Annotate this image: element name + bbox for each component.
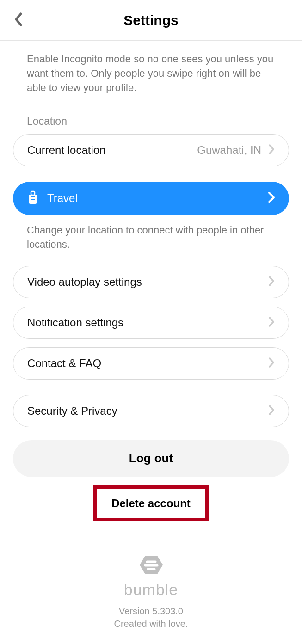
back-icon[interactable]: [14, 12, 23, 28]
notification-settings-row[interactable]: Notification settings: [13, 307, 289, 339]
location-section-label: Location: [13, 104, 289, 134]
chevron-right-icon: [268, 316, 275, 329]
page-title: Settings: [0, 12, 302, 28]
chevron-right-icon: [268, 144, 275, 157]
current-location-row[interactable]: Current location Guwahati, IN: [13, 134, 289, 166]
video-autoplay-row[interactable]: Video autoplay settings: [13, 266, 289, 298]
contact-faq-label: Contact & FAQ: [27, 357, 101, 370]
video-autoplay-label: Video autoplay settings: [27, 276, 142, 288]
logout-label: Log out: [129, 451, 173, 466]
created-text: Created with love.: [13, 619, 289, 629]
brand-logo-icon: [139, 554, 164, 578]
chevron-right-icon: [268, 191, 275, 205]
version-text: Version 5.303.0: [13, 606, 289, 617]
current-location-label: Current location: [27, 144, 105, 157]
delete-account-button[interactable]: Delete account: [93, 485, 209, 521]
delete-account-label: Delete account: [111, 497, 191, 510]
chevron-right-icon: [268, 276, 275, 288]
travel-label: Travel: [47, 192, 78, 205]
logout-button[interactable]: Log out: [13, 440, 289, 477]
brand-name: bumble: [124, 581, 179, 599]
contact-faq-row[interactable]: Contact & FAQ: [13, 347, 289, 380]
suitcase-icon: [27, 190, 39, 207]
header: Settings: [0, 0, 302, 41]
incognito-description: Enable Incognito mode so no one sees you…: [13, 41, 289, 104]
travel-row[interactable]: Travel: [13, 182, 289, 215]
security-privacy-label: Security & Privacy: [27, 405, 117, 417]
current-location-value: Guwahati, IN: [197, 144, 261, 157]
svg-rect-1: [31, 191, 35, 195]
security-privacy-row[interactable]: Security & Privacy: [13, 395, 289, 427]
chevron-right-icon: [268, 357, 275, 370]
travel-description: Change your location to connect with peo…: [13, 220, 289, 266]
chevron-right-icon: [268, 405, 275, 417]
footer: bumble Version 5.303.0 Created with love…: [13, 554, 289, 629]
notification-settings-label: Notification settings: [27, 316, 123, 329]
